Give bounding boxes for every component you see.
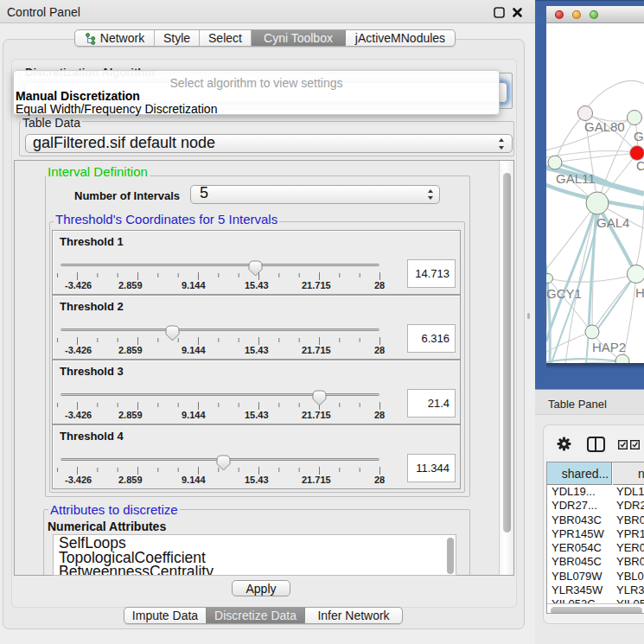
svg-text:H: H: [635, 285, 644, 300]
svg-text:GAL11: GAL11: [556, 171, 596, 186]
svg-text:GAL4: GAL4: [596, 215, 629, 230]
svg-text:GA: GA: [634, 129, 644, 143]
svg-text:GCY1: GCY1: [546, 286, 582, 301]
svg-text:GAL80: GAL80: [584, 119, 625, 134]
svg-text:CY: CY: [636, 158, 644, 173]
svg-text:HAP2: HAP2: [592, 340, 626, 354]
